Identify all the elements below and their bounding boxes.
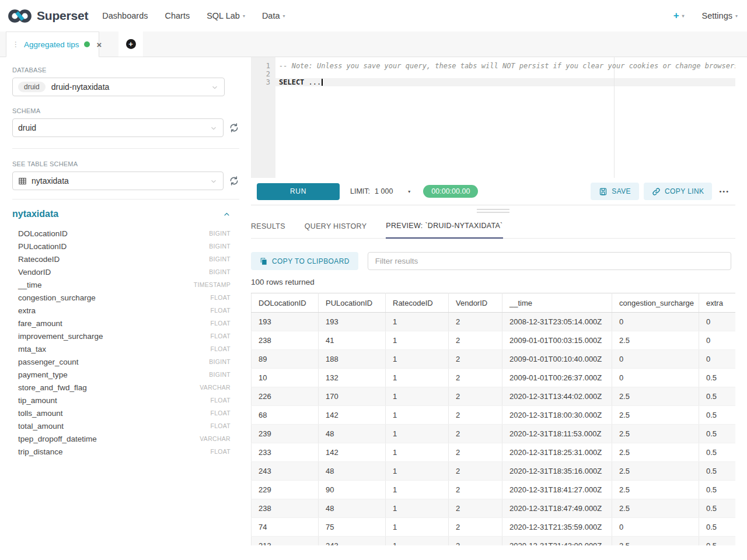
new-query-tab-button[interactable]: + [118,32,143,57]
column-header-time[interactable]: __time [502,293,612,313]
schema-column-name: tolls_amount [18,409,63,418]
table-cell: 41 [319,331,386,350]
table-row: 233142122020-12-31T18:25:31.000Z2.50.5 [252,443,736,462]
table-select-value: nytaxidata [32,176,69,186]
results-tab-preview[interactable]: PREVIEW: `DRUID-NYTAXIDATA` [386,222,502,239]
line-number: 3 [251,78,270,86]
table-row: 7475122020-12-31T21:35:59.000Z00.5 [252,518,736,537]
settings-menu[interactable]: Settings▾ [702,11,738,20]
table-select[interactable]: nytaxidata [12,172,224,190]
panel-resize-handle[interactable] [251,205,735,216]
nav-item-sql-lab[interactable]: SQL Lab▾ [207,11,245,20]
table-cell: 2020-12-31T18:00:30.000Z [502,406,612,425]
sql-keyword: SELECT [279,78,304,86]
schema-column-name: payment_type [18,370,68,379]
table-cell: 0.5 [699,425,736,443]
nav-item-charts[interactable]: Charts [165,11,190,20]
table-cell: 1 [386,481,449,499]
schema-label: SCHEMA [12,107,239,114]
table-cell: 229 [252,481,319,499]
table-cell: 48 [319,425,386,443]
table-cell: 48 [319,499,386,518]
table-cell: 193 [252,313,319,331]
nav-item-data[interactable]: Data▾ [262,11,285,20]
filter-results-input[interactable] [368,252,731,270]
drag-handle-icon[interactable]: ⋮ [12,40,19,48]
column-header-congestion-surcharge[interactable]: congestion_surcharge [612,293,699,313]
table-cell: 0.5 [699,537,736,546]
table-row: 89188122009-01-01T00:10:40.000Z00 [252,350,736,369]
table-row: 213243122020-12-31T21:43:00.000Z2.50.5 [252,537,736,546]
line-number: 1 [251,62,270,70]
superset-logo[interactable]: Superset [8,8,88,24]
schema-column-type: TIMESTAMP [194,281,231,288]
refresh-tables-icon[interactable] [229,176,239,186]
table-cell: 2 [449,369,502,387]
refresh-schemas-icon[interactable] [229,123,239,133]
table-cell: 2.5 [612,331,699,350]
chevron-down-icon [210,177,218,186]
navbar-right: +▾ Settings▾ [673,10,738,22]
table-cell: 1 [386,499,449,518]
table-cell: 0 [612,350,699,369]
database-select[interactable]: druid druid-nytaxidata [12,78,225,96]
table-cell: 213 [252,537,319,546]
database-engine-pill: druid [18,82,46,92]
column-header-pulocationid[interactable]: PULocationID [319,293,386,313]
schema-column-name: total_amount [18,422,64,430]
table-cell: 1 [386,462,449,481]
nav-item-label: Data [262,11,280,20]
link-icon [652,187,661,196]
copy-to-clipboard-button[interactable]: COPY TO CLIPBOARD [251,252,358,270]
limit-dropdown[interactable]: LIMIT: 1 000 ▾ [350,187,410,195]
query-tab-bar: ⋮ Aggregated tips × + [0,32,747,57]
limit-value: 1 000 [375,187,393,195]
schema-column-row: payment_typeBIGINT [12,368,239,381]
results-tab-query-history[interactable]: QUERY HISTORY [305,222,366,238]
table-cell: 2020-12-31T21:35:59.000Z [502,518,612,537]
new-item-menu[interactable]: +▾ [673,10,685,22]
table-cell: 0.5 [699,406,736,425]
close-tab-icon[interactable]: × [97,40,102,49]
schema-column-name: improvement_surcharge [18,332,103,341]
column-header-extra[interactable]: extra [699,293,736,313]
nav-item-label: Dashboards [102,11,148,20]
copy-link-label: COPY LINK [665,187,704,195]
table-cell: 2 [449,481,502,499]
schema-column-type: FLOAT [210,294,231,301]
table-cell: 2 [449,499,502,518]
table-cell: 0 [699,313,736,331]
table-cell: 2 [449,462,502,481]
schema-column-name: DOLocationID [18,229,68,238]
column-header-vendorid[interactable]: VendorID [449,293,502,313]
nav-item-dashboards[interactable]: Dashboards [102,11,148,20]
schema-column-name: __time [18,281,42,289]
schema-column-type: FLOAT [210,422,231,429]
run-button[interactable]: RUN [257,183,340,200]
schema-select[interactable]: druid [12,118,224,137]
query-tab-aggregated-tips[interactable]: ⋮ Aggregated tips × [6,32,99,57]
sql-code-rest: ... [304,78,321,86]
column-header-ratecodeid[interactable]: RatecodeID [386,293,449,313]
copy-link-button[interactable]: COPY LINK [644,183,712,200]
table-cell: 1 [386,387,449,406]
schema-column-name: store_and_fwd_flag [18,383,87,392]
save-query-button[interactable]: SAVE [591,183,639,200]
table-cell: 75 [319,518,386,537]
collapse-chevron-up-icon[interactable] [223,211,231,218]
table-cell: 2 [449,313,502,331]
caret-down-icon: ▾ [735,13,738,19]
table-grid-icon [18,177,27,186]
table-cell: 243 [319,537,386,546]
table-cell: 2 [449,406,502,425]
schema-column-name: tpep_dropoff_datetime [18,435,97,443]
schema-column-name: trip_distance [18,447,63,456]
column-header-dolocationid[interactable]: DOLocationID [252,293,319,313]
editor-code[interactable]: -- Note: Unless you save your query, the… [275,57,735,86]
sql-editor[interactable]: 123 -- Note: Unless you save your query,… [251,57,735,178]
results-table-container[interactable]: DOLocationIDPULocationIDRatecodeIDVendor… [251,293,735,545]
more-actions-button[interactable]: ••• [719,188,729,195]
table-cell: 2020-12-31T13:44:02.000Z [502,387,612,406]
table-cell: 2 [449,537,502,546]
results-tab-results[interactable]: RESULTS [251,222,285,238]
